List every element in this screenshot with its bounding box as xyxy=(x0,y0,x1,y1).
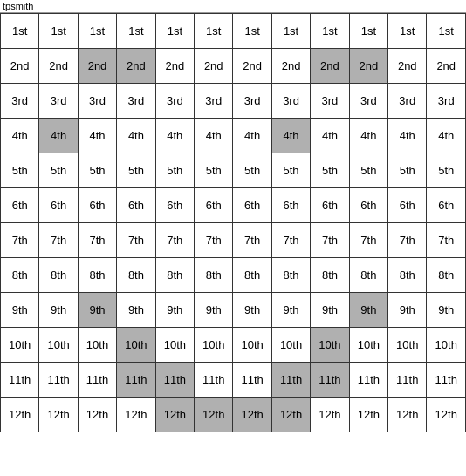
table-cell: 5th xyxy=(271,153,310,188)
table-cell: 4th xyxy=(311,119,349,153)
table-cell: 7th xyxy=(311,223,349,258)
table-cell: 7th xyxy=(39,223,78,258)
table-cell: 9th xyxy=(78,293,116,328)
table-cell: 2nd xyxy=(117,49,155,84)
table-cell: 3rd xyxy=(39,84,78,119)
table-cell: 1st xyxy=(233,14,271,49)
table-cell: 12th xyxy=(349,398,387,432)
table-cell: 5th xyxy=(311,153,349,188)
table-cell: 3rd xyxy=(233,84,271,119)
table-cell: 9th xyxy=(195,293,233,328)
table-cell: 3rd xyxy=(427,84,466,119)
table-cell: 6th xyxy=(1,188,39,223)
table-cell: 9th xyxy=(311,293,349,328)
table-cell: 7th xyxy=(195,223,233,258)
table-cell: 5th xyxy=(39,153,78,188)
table-cell: 4th xyxy=(388,119,427,153)
table-cell: 5th xyxy=(349,153,387,188)
table-cell: 10th xyxy=(117,328,155,363)
grid-table: 1st1st1st1st1st1st1st1st1st1st1st1st2nd2… xyxy=(0,13,466,432)
table-cell: 1st xyxy=(78,14,116,49)
table-cell: 10th xyxy=(233,328,271,363)
table-cell: 4th xyxy=(271,119,310,153)
table-cell: 4th xyxy=(195,119,233,153)
table-cell: 6th xyxy=(117,188,155,223)
table-cell: 12th xyxy=(427,398,466,432)
table-cell: 2nd xyxy=(427,49,466,84)
table-cell: 9th xyxy=(117,293,155,328)
table-cell: 4th xyxy=(78,119,116,153)
table-cell: 6th xyxy=(349,188,387,223)
table-cell: 5th xyxy=(388,153,427,188)
title-bar: tpsmith xyxy=(0,0,466,13)
table-cell: 12th xyxy=(117,398,155,432)
table-cell: 10th xyxy=(155,328,194,363)
table-cell: 2nd xyxy=(1,49,39,84)
table-cell: 9th xyxy=(39,293,78,328)
table-cell: 6th xyxy=(388,188,427,223)
table-cell: 7th xyxy=(233,223,271,258)
table-cell: 3rd xyxy=(78,84,116,119)
table-cell: 10th xyxy=(78,328,116,363)
table-cell: 1st xyxy=(155,14,194,49)
table-cell: 11th xyxy=(311,363,349,398)
table-cell: 2nd xyxy=(349,49,387,84)
table-cell: 2nd xyxy=(78,49,116,84)
table-cell: 8th xyxy=(427,258,466,293)
table-cell: 9th xyxy=(388,293,427,328)
table-cell: 8th xyxy=(195,258,233,293)
table-cell: 12th xyxy=(155,398,194,432)
table-cell: 3rd xyxy=(311,84,349,119)
table-cell: 3rd xyxy=(349,84,387,119)
table-cell: 2nd xyxy=(233,49,271,84)
table-cell: 4th xyxy=(155,119,194,153)
table-cell: 4th xyxy=(427,119,466,153)
table-cell: 10th xyxy=(39,328,78,363)
app-title: tpsmith xyxy=(3,1,33,11)
table-cell: 1st xyxy=(427,14,466,49)
table-cell: 9th xyxy=(349,293,387,328)
table-cell: 6th xyxy=(311,188,349,223)
table-cell: 6th xyxy=(271,188,310,223)
table-cell: 5th xyxy=(427,153,466,188)
table-cell: 7th xyxy=(155,223,194,258)
table-cell: 8th xyxy=(155,258,194,293)
table-cell: 10th xyxy=(388,328,427,363)
table-cell: 2nd xyxy=(155,49,194,84)
table-cell: 5th xyxy=(1,153,39,188)
table-cell: 11th xyxy=(1,363,39,398)
table-cell: 3rd xyxy=(388,84,427,119)
table-cell: 3rd xyxy=(117,84,155,119)
table-cell: 11th xyxy=(39,363,78,398)
table-cell: 6th xyxy=(78,188,116,223)
table-cell: 8th xyxy=(233,258,271,293)
table-cell: 11th xyxy=(388,363,427,398)
table-cell: 7th xyxy=(271,223,310,258)
table-cell: 4th xyxy=(117,119,155,153)
table-cell: 3rd xyxy=(155,84,194,119)
table-cell: 2nd xyxy=(271,49,310,84)
table-cell: 8th xyxy=(1,258,39,293)
table-cell: 12th xyxy=(388,398,427,432)
table-cell: 9th xyxy=(271,293,310,328)
table-cell: 11th xyxy=(233,363,271,398)
table-cell: 5th xyxy=(78,153,116,188)
table-cell: 3rd xyxy=(195,84,233,119)
table-cell: 6th xyxy=(195,188,233,223)
table-cell: 4th xyxy=(233,119,271,153)
table-cell: 11th xyxy=(427,363,466,398)
table-cell: 10th xyxy=(311,328,349,363)
table-cell: 6th xyxy=(39,188,78,223)
table-cell: 6th xyxy=(233,188,271,223)
table-cell: 7th xyxy=(388,223,427,258)
table-cell: 10th xyxy=(1,328,39,363)
table-cell: 9th xyxy=(233,293,271,328)
table-cell: 11th xyxy=(155,363,194,398)
table-cell: 5th xyxy=(233,153,271,188)
table-cell: 2nd xyxy=(388,49,427,84)
table-cell: 7th xyxy=(1,223,39,258)
table-cell: 10th xyxy=(349,328,387,363)
table-cell: 1st xyxy=(271,14,310,49)
table-cell: 5th xyxy=(117,153,155,188)
table-cell: 9th xyxy=(1,293,39,328)
